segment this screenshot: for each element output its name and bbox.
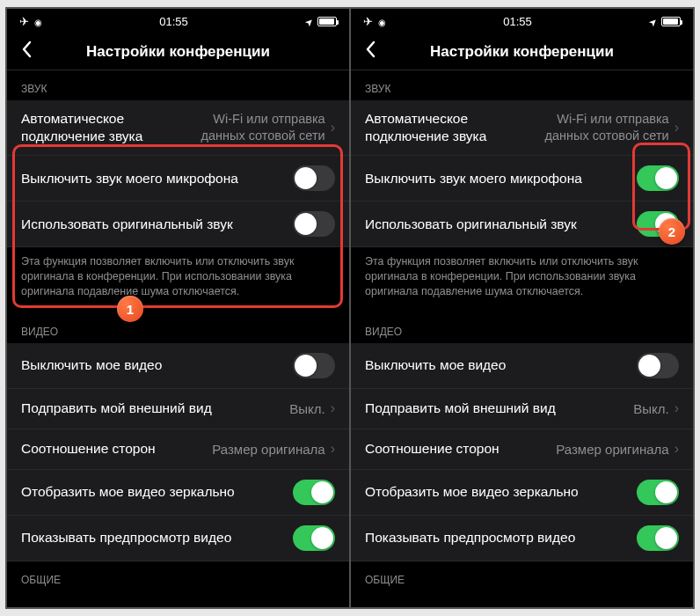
section-general-header: ОБЩИЕ: [351, 561, 693, 591]
section-general-header: ОБЩИЕ: [7, 561, 349, 591]
row-mute-mic: Выключить звук моего микрофона: [7, 156, 349, 202]
row-auto-audio[interactable]: Автоматическое подключение звука Wi-Fi и…: [351, 100, 693, 156]
back-button[interactable]: [358, 37, 383, 67]
toggle-turn-off-video[interactable]: [637, 353, 679, 378]
toggle-mute-mic[interactable]: [637, 165, 679, 191]
chevron-left-icon: [365, 40, 376, 58]
row-label: Использовать оригинальный звук: [21, 216, 293, 232]
row-label: Подправить мой внешний вид: [365, 400, 633, 416]
row-original-sound: Использовать оригинальный звук: [351, 202, 693, 247]
row-label: Использовать оригинальный звук: [365, 216, 637, 232]
toggle-preview-video[interactable]: [637, 525, 679, 551]
toggle-mirror-video[interactable]: [293, 480, 335, 505]
row-preview-video: Показывать предпросмотр видео: [7, 516, 349, 561]
row-mirror-video: Отобразить мое видео зеркально: [7, 470, 349, 516]
phone-left: 01:55 Настройки конференции ЗВУК Автомат…: [7, 9, 349, 607]
row-label: Выключить мое видео: [21, 357, 293, 373]
chevron-right-icon: ›: [674, 400, 679, 416]
location-icon: [649, 15, 657, 28]
section-video-header: ВИДЕО: [7, 313, 349, 343]
row-label: Выключить звук моего микрофона: [21, 171, 293, 187]
row-mirror-video: Отобразить мое видео зеркально: [351, 470, 693, 516]
row-label: Соотношение сторон: [21, 441, 212, 457]
row-label: Показывать предпросмотр видео: [365, 530, 637, 546]
location-icon: [305, 15, 313, 28]
row-label: Показывать предпросмотр видео: [21, 530, 293, 546]
section-sound-header: ЗВУК: [7, 70, 349, 100]
section-sound-footer: Эта функция позволяет включить или отклю…: [351, 247, 693, 313]
row-label: Выключить мое видео: [365, 357, 637, 373]
chevron-right-icon: ›: [674, 120, 679, 136]
status-bar: 01:55: [7, 9, 349, 33]
settings-list[interactable]: ЗВУК Автоматическое подключение звука Wi…: [7, 70, 349, 607]
section-sound-footer: Эта функция позволяет включить или отклю…: [7, 247, 349, 313]
section-sound-header: ЗВУК: [351, 70, 693, 100]
battery-icon: [661, 17, 681, 26]
settings-list[interactable]: ЗВУК Автоматическое подключение звука Wi…: [351, 70, 693, 607]
row-label: Отобразить мое видео зеркально: [365, 484, 637, 500]
phone-right: 01:55 Настройки конференции ЗВУК Автомат…: [351, 9, 693, 607]
row-value: Выкл.: [633, 401, 668, 416]
annotation-badge-1: 1: [117, 296, 143, 322]
wifi-icon: [378, 15, 386, 28]
row-value: Выкл.: [289, 401, 324, 416]
row-label: Автоматическое подключение звука: [365, 110, 520, 145]
toggle-original-sound[interactable]: [293, 211, 335, 237]
row-turn-off-video: Выключить мое видео: [351, 343, 693, 389]
row-label: Выключить звук моего микрофона: [365, 171, 637, 187]
status-time: 01:55: [159, 15, 188, 28]
chevron-right-icon: ›: [674, 441, 679, 457]
toggle-preview-video[interactable]: [293, 525, 335, 551]
row-aspect-ratio[interactable]: Соотношение сторон Размер оригинала ›: [7, 429, 349, 470]
chevron-left-icon: [21, 40, 32, 58]
nav-header: Настройки конференции: [351, 33, 693, 70]
row-label: Отобразить мое видео зеркально: [21, 484, 293, 500]
row-label: Соотношение сторон: [365, 441, 556, 457]
chevron-right-icon: ›: [331, 441, 335, 457]
row-label: Подправить мой внешний вид: [21, 400, 289, 416]
row-mute-mic: Выключить звук моего микрофона: [351, 156, 693, 202]
toggle-mirror-video[interactable]: [637, 480, 679, 505]
toggle-mute-mic[interactable]: [293, 165, 335, 191]
annotation-badge-2: 2: [659, 218, 685, 245]
chevron-right-icon: ›: [331, 400, 335, 416]
row-value: Размер оригинала: [556, 442, 668, 457]
row-value: Wi-Fi или отправка данных сотовой сети: [176, 111, 325, 144]
page-title: Настройки конференции: [7, 43, 349, 61]
row-touch-up[interactable]: Подправить мой внешний вид Выкл. ›: [7, 389, 349, 429]
airplane-icon: [363, 15, 373, 28]
page-title: Настройки конференции: [351, 43, 693, 61]
row-auto-audio[interactable]: Автоматическое подключение звука Wi-Fi и…: [7, 100, 349, 156]
row-original-sound: Использовать оригинальный звук: [7, 202, 349, 247]
section-video-header: ВИДЕО: [351, 313, 693, 343]
toggle-turn-off-video[interactable]: [293, 353, 335, 378]
row-value: Размер оригинала: [212, 442, 324, 457]
row-label: Автоматическое подключение звука: [21, 110, 176, 145]
airplane-icon: [19, 15, 29, 28]
row-turn-off-video: Выключить мое видео: [7, 343, 349, 389]
row-touch-up[interactable]: Подправить мой внешний вид Выкл. ›: [351, 389, 693, 429]
row-value: Wi-Fi или отправка данных сотовой сети: [520, 111, 669, 144]
back-button[interactable]: [14, 37, 39, 67]
wifi-icon: [34, 15, 42, 28]
chevron-right-icon: ›: [331, 120, 335, 136]
nav-header: Настройки конференции: [7, 33, 349, 70]
battery-icon: [317, 17, 337, 26]
status-bar: 01:55: [351, 9, 693, 33]
row-aspect-ratio[interactable]: Соотношение сторон Размер оригинала ›: [351, 429, 693, 470]
status-time: 01:55: [503, 15, 532, 28]
comparison-container: 01:55 Настройки конференции ЗВУК Автомат…: [5, 7, 695, 609]
row-preview-video: Показывать предпросмотр видео: [351, 516, 693, 561]
